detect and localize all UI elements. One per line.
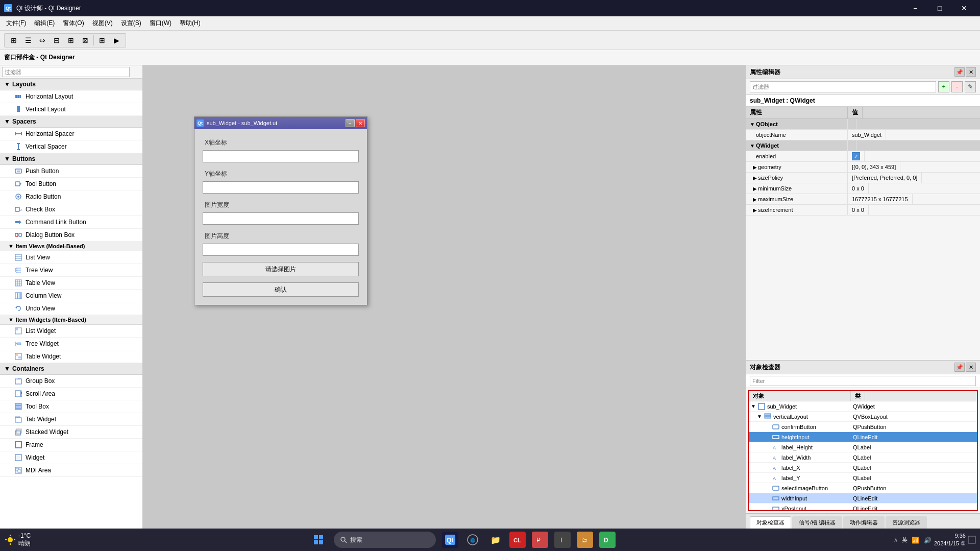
- property-section-qobject[interactable]: ▼ QObject: [746, 119, 980, 130]
- item-mdi-area[interactable]: MDI Area: [0, 464, 142, 477]
- item-tool-button[interactable]: Tool Button: [0, 178, 142, 190]
- object-inspector-close-btn[interactable]: ✕: [966, 363, 976, 372]
- item-list-view[interactable]: List View: [0, 251, 142, 264]
- taskbar-app-archive[interactable]: 🗂: [577, 532, 593, 548]
- expand-geometry-icon[interactable]: ▶: [753, 164, 757, 170]
- obj-row-labely[interactable]: A label_Y QLabel: [749, 473, 977, 483]
- obj-row-labelx[interactable]: A label_X QLabel: [749, 463, 977, 473]
- item-push-button[interactable]: Push Button: [0, 165, 142, 178]
- item-list-widget[interactable]: List Widget: [0, 325, 142, 338]
- taskbar-search-bar[interactable]: 搜索: [334, 532, 436, 548]
- close-button[interactable]: ✕: [952, 0, 976, 16]
- prop-geometry-val[interactable]: [(0, 0), 343 x 459]: [848, 162, 900, 172]
- notification-icon[interactable]: [968, 536, 976, 544]
- toolbar-layout-form-btn[interactable]: ⊟: [50, 34, 64, 46]
- property-row-sizepolicy[interactable]: ▶ sizePolicy [Preferred, Preferred, 0, 0…: [746, 173, 980, 183]
- taskbar-app-presentation[interactable]: P: [532, 532, 548, 548]
- toolbar-break-btn[interactable]: ⊠: [78, 34, 92, 46]
- expand-sizepolicy-icon[interactable]: ▶: [753, 175, 757, 181]
- item-command-link-button[interactable]: Command Link Button: [0, 216, 142, 229]
- menu-edit[interactable]: 编辑(E): [30, 17, 59, 30]
- property-filter-input[interactable]: [750, 81, 936, 92]
- section-layouts[interactable]: ▼ Layouts: [0, 79, 142, 90]
- tray-expand[interactable]: ∧: [894, 537, 898, 543]
- filter-input[interactable]: [2, 67, 130, 77]
- toolbar-grid-btn[interactable]: ⊞: [7, 34, 21, 46]
- item-vertical-spacer[interactable]: Vertical Spacer: [0, 140, 142, 153]
- property-add-btn[interactable]: +: [938, 81, 949, 92]
- widget-title-bar[interactable]: Qt sub_Widget - sub_Widget.ui − ✕: [194, 117, 367, 129]
- property-row-maxsize[interactable]: ▶ maximumSize 16777215 x 16777215: [746, 194, 980, 205]
- confirm-button[interactable]: 确认: [203, 282, 359, 297]
- menu-window-form[interactable]: 窗体(O): [59, 17, 88, 30]
- enabled-checkbox[interactable]: ✓: [852, 152, 860, 160]
- item-check-box[interactable]: ✓ Check Box: [0, 203, 142, 216]
- obj-row-xposinput[interactable]: xPosInput QLineEdit: [749, 504, 977, 511]
- obj-row-subwidget[interactable]: ▼ sub_Widget QWidget: [749, 401, 977, 412]
- obj-row-selectimagebutton[interactable]: selectImageButton QPushButton: [749, 483, 977, 493]
- prop-sizepolicy-val[interactable]: [Preferred, Preferred, 0, 0]: [848, 173, 922, 183]
- menu-settings[interactable]: 设置(S): [117, 17, 145, 30]
- taskbar-app-files[interactable]: 📁: [487, 532, 503, 548]
- taskbar-app-browser[interactable]: 🌐: [464, 532, 481, 548]
- property-editor-pin-btn[interactable]: 📌: [954, 67, 965, 77]
- object-inspector-pin-btn[interactable]: 📌: [954, 363, 965, 372]
- property-row-objectname[interactable]: objectName sub_Widget: [746, 130, 980, 140]
- input-height[interactable]: [203, 244, 359, 256]
- property-row-geometry[interactable]: ▶ geometry [(0, 0), 343 x 459]: [746, 162, 980, 173]
- prop-maxsize-val[interactable]: 16777215 x 16777215: [848, 194, 913, 204]
- toolbar-adjust-btn[interactable]: ⊞: [95, 34, 109, 46]
- taskbar-app-qt[interactable]: Qt: [442, 532, 458, 548]
- item-tab-widget[interactable]: Tab Widget: [0, 413, 142, 426]
- obj-row-verticallayout[interactable]: ▼ verticalLayout QVBoxLayout: [749, 412, 977, 422]
- prop-sizeincrement-val[interactable]: 0 x 0: [848, 205, 869, 215]
- item-undo-view[interactable]: Undo View: [0, 302, 142, 315]
- tab-resource-browser[interactable]: 资源浏览器: [886, 516, 927, 529]
- taskbar-app-green[interactable]: D: [599, 532, 616, 548]
- expand-sizeincrement-icon[interactable]: ▶: [753, 207, 757, 213]
- expand-maxsize-icon[interactable]: ▶: [753, 197, 757, 202]
- obj-row-labelheight[interactable]: A label_Height QLabel: [749, 442, 977, 452]
- time-display[interactable]: 9:36 2024/1/15 ①: [934, 532, 966, 548]
- input-y[interactable]: [203, 181, 359, 194]
- widget-close-btn[interactable]: ✕: [356, 119, 365, 127]
- property-remove-btn[interactable]: -: [951, 81, 963, 92]
- lang-indicator[interactable]: 英: [902, 536, 908, 544]
- property-row-sizeincrement[interactable]: ▶ sizeIncrement 0 x 0: [746, 205, 980, 215]
- item-group-box[interactable]: GrpBox Group Box: [0, 375, 142, 388]
- item-column-view[interactable]: Column View: [0, 290, 142, 302]
- item-scroll-area[interactable]: Scroll Area: [0, 388, 142, 400]
- item-tool-box[interactable]: Tool Box: [0, 400, 142, 413]
- prop-minsize-val[interactable]: 0 x 0: [848, 183, 869, 194]
- obj-row-confirmbutton[interactable]: confirmButton QPushButton: [749, 422, 977, 432]
- minimize-button[interactable]: −: [903, 0, 927, 16]
- item-vertical-layout[interactable]: Vertical Layout: [0, 103, 142, 116]
- prop-objectname-val[interactable]: sub_Widget: [848, 130, 886, 140]
- item-horizontal-layout[interactable]: Horizontal Layout: [0, 90, 142, 103]
- obj-row-labelwidth[interactable]: A label_Width QLabel: [749, 452, 977, 463]
- item-horizontal-spacer[interactable]: Horizontal Spacer: [0, 128, 142, 140]
- canvas-area[interactable]: Qt sub_Widget - sub_Widget.ui − ✕ X轴坐标 Y…: [143, 65, 745, 529]
- toolbar-preview-btn[interactable]: ▶: [109, 34, 124, 46]
- section-spacers[interactable]: ▼ Spacers: [0, 116, 142, 128]
- item-frame[interactable]: Frame: [0, 439, 142, 451]
- toolbar-layout-v-btn[interactable]: ⇔: [35, 34, 50, 46]
- toolbar-layout-h-btn[interactable]: ☰: [21, 34, 35, 46]
- property-row-minsize[interactable]: ▶ minimumSize 0 x 0: [746, 183, 980, 194]
- menu-help[interactable]: 帮助(H): [176, 17, 205, 30]
- taskbar-app-ide[interactable]: CL: [509, 532, 526, 548]
- obj-row-widthinput[interactable]: widthInput QLineEdit: [749, 493, 977, 504]
- menu-window[interactable]: 窗口(W): [145, 17, 176, 30]
- item-dialog-button-box[interactable]: Dialog Button Box: [0, 229, 142, 242]
- property-edit-btn[interactable]: ✎: [965, 81, 976, 92]
- item-tree-widget[interactable]: Tree Widget: [0, 338, 142, 350]
- expand-minsize-icon[interactable]: ▶: [753, 186, 757, 191]
- tab-signal-slot[interactable]: 信号/槽 编辑器: [792, 516, 842, 529]
- input-width[interactable]: [203, 212, 359, 225]
- property-row-enabled[interactable]: enabled ✓: [746, 151, 980, 162]
- section-containers[interactable]: ▼ Containers: [0, 363, 142, 375]
- section-buttons[interactable]: ▼ Buttons: [0, 153, 142, 165]
- maximize-button[interactable]: □: [928, 0, 951, 16]
- tab-object-inspector[interactable]: 对象检查器: [750, 516, 791, 529]
- taskbar-app-text[interactable]: T: [554, 532, 571, 548]
